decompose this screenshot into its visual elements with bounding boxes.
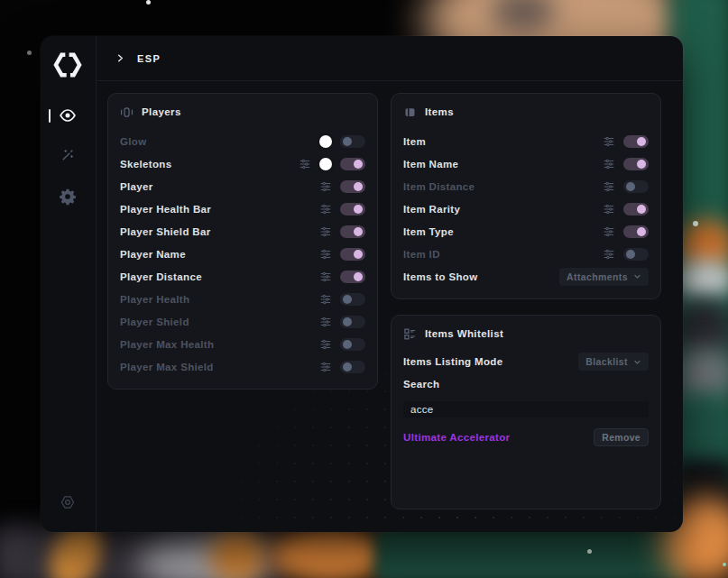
- screen: ESP Players: [0, 0, 728, 578]
- feature-label: Item Distance: [403, 181, 603, 192]
- sliders-settings-icon[interactable]: [299, 158, 311, 170]
- toggle-switch[interactable]: [340, 316, 365, 328]
- feature-controls: [603, 158, 649, 170]
- feature-row: Item Name: [403, 152, 649, 175]
- toggle-switch[interactable]: [340, 180, 365, 193]
- sliders-settings-icon[interactable]: [319, 271, 332, 283]
- feature-label: Item Type: [403, 226, 603, 237]
- feature-row: Player Shield: [120, 310, 365, 333]
- listing-mode-label: Items Listing Mode: [403, 356, 578, 367]
- sidebar: [41, 36, 97, 532]
- feature-label: Player Name: [120, 249, 319, 260]
- feature-label: Player Shield Bar: [120, 226, 319, 237]
- color-swatch[interactable]: [319, 158, 332, 170]
- feature-controls: [319, 271, 365, 283]
- feature-label: Item Name: [403, 159, 603, 170]
- feature-label: Glow: [120, 136, 319, 147]
- toggle-switch[interactable]: [623, 248, 649, 261]
- feature-controls: [603, 203, 649, 216]
- feature-controls: [319, 203, 365, 216]
- feature-controls: [603, 180, 649, 193]
- toggle-switch[interactable]: [340, 338, 365, 351]
- page-body: Players Glow Ske: [97, 81, 683, 532]
- dropdown-value: Attachments: [567, 271, 628, 282]
- hexagon-settings-icon[interactable]: [60, 494, 76, 510]
- sliders-settings-icon[interactable]: [319, 338, 332, 351]
- chevron-right-icon[interactable]: [115, 53, 125, 63]
- sliders-settings-icon[interactable]: [319, 225, 332, 238]
- listing-mode-dropdown[interactable]: Blacklist: [578, 353, 649, 371]
- feature-row: Player Max Shield: [120, 355, 365, 378]
- players-panel-header: Players: [120, 105, 365, 119]
- toggle-switch[interactable]: [623, 225, 649, 238]
- toggle-switch[interactable]: [340, 248, 365, 261]
- content-area: ESP Players: [97, 36, 683, 532]
- feature-controls: [319, 135, 365, 148]
- remove-button[interactable]: Remove: [594, 428, 649, 446]
- items-whitelist-panel: Items Whitelist Items Listing Mode Black…: [391, 315, 661, 509]
- feature-controls: [319, 180, 365, 193]
- sliders-settings-icon[interactable]: [603, 248, 615, 261]
- toggle-switch[interactable]: [623, 203, 649, 216]
- items-to-show-dropdown[interactable]: Attachments: [559, 268, 649, 286]
- active-tab-indicator: [49, 109, 51, 123]
- visuals-tab-eye-icon[interactable]: [59, 106, 77, 124]
- sliders-settings-icon[interactable]: [319, 203, 332, 216]
- feature-label: Player Health Bar: [120, 204, 319, 215]
- feature-controls: [319, 225, 365, 238]
- feature-label: Item: [403, 136, 603, 147]
- sliders-settings-icon[interactable]: [319, 361, 332, 373]
- feature-label: Player Distance: [120, 271, 319, 282]
- particle-dot: [723, 563, 726, 566]
- feature-label: Item ID: [403, 249, 603, 260]
- toggle-switch[interactable]: [623, 135, 649, 148]
- items-whitelist-header: Items Whitelist: [403, 326, 649, 341]
- feature-controls: [319, 248, 365, 261]
- toggle-switch[interactable]: [340, 225, 365, 238]
- feature-controls: [319, 293, 365, 306]
- items-panel: Items Item: [391, 93, 661, 299]
- search-input[interactable]: [403, 401, 649, 417]
- sliders-settings-icon[interactable]: [603, 180, 615, 193]
- feature-row: Player Max Health: [120, 333, 365, 355]
- misc-tab-wand-icon[interactable]: [60, 147, 76, 163]
- feature-controls: [603, 135, 649, 148]
- feature-label: Player: [120, 181, 319, 192]
- items-to-show-row: Items to Show Attachments: [403, 265, 649, 288]
- feature-row: Glow: [120, 130, 365, 152]
- toggle-switch[interactable]: [340, 293, 365, 306]
- feature-label: Player Shield: [120, 317, 319, 327]
- toggle-switch[interactable]: [340, 361, 365, 373]
- sliders-settings-icon[interactable]: [603, 203, 615, 216]
- esp-menu-window: ESP Players: [41, 36, 683, 532]
- color-swatch[interactable]: [319, 135, 332, 148]
- page-title: ESP: [137, 53, 161, 64]
- sliders-settings-icon[interactable]: [319, 293, 332, 306]
- feature-row: Item: [403, 130, 649, 152]
- settings-tab-gear-icon[interactable]: [59, 188, 77, 206]
- feature-row: Player Shield Bar: [120, 220, 365, 243]
- bg-blob: [269, 527, 391, 578]
- feature-row: Player: [120, 175, 365, 197]
- feature-label: Player Max Health: [120, 339, 319, 350]
- sliders-settings-icon[interactable]: [319, 180, 332, 193]
- listing-mode-row: Items Listing Mode Blacklist: [403, 352, 649, 372]
- toggle-switch[interactable]: [340, 271, 365, 283]
- sliders-settings-icon[interactable]: [603, 158, 615, 170]
- toggle-switch[interactable]: [340, 158, 365, 170]
- toggle-switch[interactable]: [623, 158, 649, 170]
- particle-dot: [27, 50, 32, 55]
- feature-row: Player Health Bar: [120, 197, 365, 220]
- feature-row: Player Distance: [120, 265, 365, 288]
- toggle-switch[interactable]: [623, 180, 649, 193]
- sliders-settings-icon[interactable]: [319, 248, 332, 261]
- feature-row: Item ID: [403, 243, 649, 265]
- sliders-settings-icon[interactable]: [319, 316, 332, 328]
- dropdown-value: Blacklist: [585, 356, 628, 367]
- feature-controls: [603, 225, 649, 238]
- sliders-settings-icon[interactable]: [603, 225, 615, 238]
- players-row-list: Glow Skeletons: [120, 130, 365, 378]
- sliders-settings-icon[interactable]: [603, 135, 615, 148]
- toggle-switch[interactable]: [340, 203, 365, 216]
- toggle-switch[interactable]: [340, 135, 365, 148]
